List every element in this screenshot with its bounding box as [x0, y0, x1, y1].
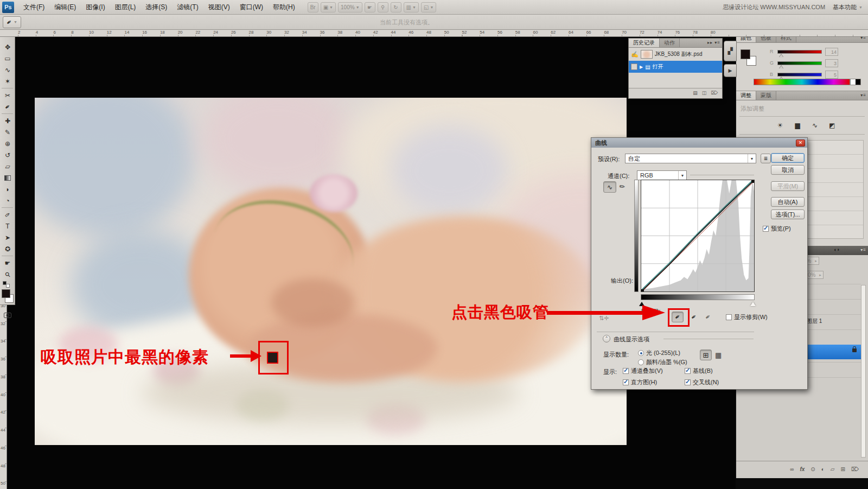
horizontal-ruler[interactable]: 2468101214161820222426283032343638404244…: [0, 30, 868, 37]
path-selection-tool[interactable]: ➤: [0, 232, 15, 243]
new-snapshot-icon[interactable]: ◫: [702, 90, 707, 96]
gray-point-eyedropper[interactable]: ✒: [688, 312, 700, 322]
baseline-checkbox[interactable]: 基线(B): [685, 367, 713, 375]
tab-history[interactable]: 历史记录: [629, 39, 660, 47]
layer-style-icon[interactable]: fx: [800, 466, 805, 472]
channel-value[interactable]: 5: [825, 71, 838, 79]
quick-mask-button[interactable]: [0, 309, 15, 321]
tab-actions[interactable]: 动作: [660, 39, 680, 47]
zoom-tool[interactable]: ⚲: [0, 269, 15, 280]
current-tool-button[interactable]: ✒ ▼: [3, 16, 21, 28]
quarter-grid-button[interactable]: ⊞: [700, 350, 712, 360]
swap-colors-control[interactable]: [0, 280, 15, 288]
gradient-tool[interactable]: [0, 172, 15, 183]
tab-masks[interactable]: 蒙版: [756, 91, 776, 100]
brightness-contrast-icon[interactable]: ☀: [774, 120, 786, 130]
layer-mask-icon[interactable]: ⊙: [810, 466, 815, 472]
levels-icon[interactable]: ▆: [792, 120, 803, 130]
workspace-switcher[interactable]: 基本功能▼: [833, 3, 863, 11]
delete-state-icon[interactable]: ⌦: [711, 90, 718, 96]
hand-tool-icon[interactable]: ☛: [365, 2, 375, 12]
dodge-tool[interactable]: ◔: [0, 195, 15, 206]
on-image-adjustment-icon[interactable]: ⇅✛: [599, 315, 609, 322]
intersection-line-checkbox[interactable]: 交叉线(N): [685, 378, 719, 386]
histogram-checkbox[interactable]: 直方图(H): [623, 378, 657, 386]
history-snapshot-row[interactable]: ✍ JKB_5308 副本.psd: [629, 48, 722, 61]
new-layer-icon[interactable]: ⊞: [840, 466, 845, 472]
menu-item-5[interactable]: 滤镜(T): [172, 0, 203, 15]
slider-track[interactable]: [777, 73, 822, 77]
lasso-tool[interactable]: ∿: [0, 64, 15, 75]
options-button[interactable]: 选项(T)...: [771, 209, 805, 219]
light-radio[interactable]: 光 (0-255)(L): [638, 349, 680, 357]
color-spectrum-ramp[interactable]: [754, 79, 850, 85]
preset-select[interactable]: 自定▼: [625, 154, 756, 163]
zoom-tool-icon[interactable]: ⚲: [378, 2, 388, 12]
layers-scrollbar[interactable]: [861, 285, 866, 458]
ok-button[interactable]: 确定: [771, 153, 805, 163]
panel-menu-icon[interactable]: ▾≡: [860, 93, 866, 98]
foreground-color-swatch[interactable]: [741, 49, 750, 59]
slider-track[interactable]: [777, 50, 822, 54]
link-layers-icon[interactable]: ∞: [790, 466, 794, 472]
delete-layer-icon[interactable]: ⌦: [851, 466, 859, 472]
slider-thumb[interactable]: [779, 66, 783, 69]
menu-item-0[interactable]: 文件(F): [18, 0, 49, 15]
foreground-color-swatch[interactable]: [2, 289, 10, 298]
channel-overlays-checkbox[interactable]: 通道叠加(V): [623, 367, 663, 375]
panel-menu-icon[interactable]: ▾≡: [860, 247, 866, 252]
hand-tool[interactable]: ☛: [0, 257, 15, 269]
fine-grid-icon[interactable]: ▦: [715, 351, 722, 359]
menu-item-1[interactable]: 编辑(E): [49, 0, 81, 15]
history-source-checkbox[interactable]: [631, 63, 637, 70]
history-brush-source-icon[interactable]: ✍: [631, 51, 639, 58]
pencil-icon[interactable]: ✎: [618, 182, 627, 191]
blur-tool[interactable]: ◗: [0, 183, 15, 195]
layer-row-1[interactable]: 图层 1: [807, 317, 822, 325]
preset-options-button[interactable]: ≣: [761, 154, 771, 163]
close-icon[interactable]: ✕: [796, 139, 805, 147]
channel-value[interactable]: 14: [825, 48, 838, 56]
menu-item-4[interactable]: 选择(S): [141, 0, 172, 15]
curves-icon[interactable]: ∿: [809, 120, 821, 130]
dialog-title-bar[interactable]: 曲线 ✕: [591, 138, 807, 148]
zoom-level-control[interactable]: 100%▼: [338, 2, 362, 12]
menu-item-6[interactable]: 视图(V): [203, 0, 235, 15]
collapsed-panel-button-2[interactable]: ▶: [724, 64, 737, 77]
screen-mode-icon[interactable]: ◱▼: [421, 2, 436, 12]
eyedropper-tool[interactable]: ✒: [0, 101, 15, 112]
tab-adjustments[interactable]: 调整: [736, 91, 756, 100]
adjustment-layer-icon[interactable]: ◐: [821, 466, 825, 472]
preview-checkbox[interactable]: 预览(P): [763, 225, 791, 233]
history-state-open[interactable]: ▶ ▤ 打开: [629, 61, 722, 73]
new-document-from-state-icon[interactable]: ▤: [693, 90, 698, 96]
move-tool[interactable]: ✥: [0, 41, 15, 53]
exposure-icon[interactable]: ◩: [826, 120, 838, 130]
spectrum-end-caps[interactable]: [850, 79, 861, 85]
channel-value[interactable]: 3: [825, 59, 838, 67]
type-tool[interactable]: T: [0, 220, 15, 232]
b-channel-slider[interactable]: B5: [770, 70, 838, 79]
smooth-button[interactable]: 平滑(M): [771, 181, 805, 191]
bridge-launcher-icon[interactable]: Br: [308, 2, 318, 12]
g-channel-slider[interactable]: G3: [770, 59, 838, 67]
r-channel-slider[interactable]: R14: [770, 47, 838, 56]
slider-thumb[interactable]: [779, 54, 783, 58]
marquee-tool[interactable]: ▭: [0, 53, 15, 64]
pen-tool[interactable]: ✑: [0, 209, 15, 220]
healing-brush-tool[interactable]: ✚: [0, 115, 15, 126]
rotate-view-icon[interactable]: ↻: [391, 2, 401, 12]
photo-canvas[interactable]: [35, 98, 627, 445]
eraser-tool[interactable]: ▱: [0, 161, 15, 172]
menu-item-8[interactable]: 帮助(H): [268, 0, 300, 15]
clone-stamp-tool[interactable]: ⊕: [0, 138, 15, 149]
slider-track[interactable]: [777, 61, 822, 65]
quick-selection-tool[interactable]: ✶: [0, 75, 15, 87]
view-extras-icon[interactable]: ▣▼: [321, 2, 336, 12]
edit-points-curve-button[interactable]: ∿: [603, 181, 616, 193]
show-clipping-checkbox[interactable]: 显示修剪(W): [726, 313, 768, 321]
channel-select[interactable]: RGB▼: [637, 170, 687, 180]
white-point-eyedropper[interactable]: ✒: [702, 312, 714, 322]
cancel-button[interactable]: 取消: [771, 165, 805, 175]
pigment-ink-radio[interactable]: 颜料/油墨 %(G): [638, 358, 687, 366]
